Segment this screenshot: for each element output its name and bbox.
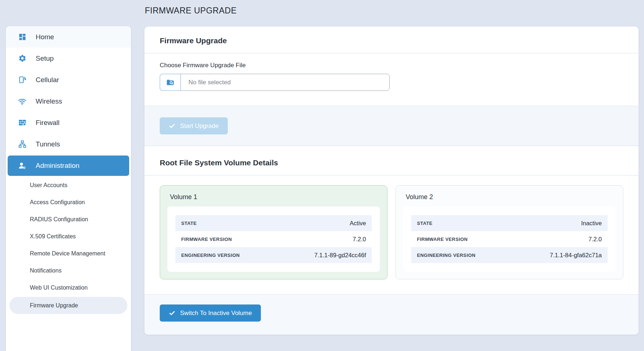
section-heading: Root File System Volume Details [160, 158, 623, 167]
firmware-version-value: 7.2.0 [588, 236, 602, 243]
switch-volume-label: Switch To Inactive Volume [180, 310, 252, 317]
file-input-value: No file selected [181, 74, 231, 90]
sidebar-item-cellular[interactable]: Cellular [6, 69, 131, 90]
sidebar-item-administration[interactable]: Administration [8, 156, 129, 176]
subitem-label: RADIUS Configuration [30, 216, 88, 223]
table-row: ENGINEERING VERSION 7.1.1-84-gfa62c71a [411, 247, 608, 263]
sidebar-subitem-notifications[interactable]: Notifications [6, 262, 131, 279]
choose-file-section: Choose Firmware Upgrade File No file sel… [144, 53, 639, 106]
gear-icon [17, 54, 27, 63]
check-icon [169, 310, 175, 316]
subitem-label: User Accounts [30, 182, 67, 189]
table-row: STATE Active [175, 215, 372, 231]
sidebar-item-label: Administration [36, 162, 79, 170]
row-label: ENGINEERING VERSION [181, 253, 240, 258]
wifi-icon [17, 97, 27, 106]
volume-detail-table: STATE Active FIRMWARE VERSION 7.2.0 ENGI… [167, 206, 380, 272]
cellular-icon [17, 75, 27, 85]
volume-name: Volume 2 [406, 193, 616, 201]
engineering-version-value: 7.1.1-84-gfa62c71a [550, 252, 602, 259]
home-icon [17, 32, 27, 42]
volume-detail-table: STATE Inactive FIRMWARE VERSION 7.2.0 EN… [403, 206, 616, 272]
sidebar-item-label: Cellular [36, 76, 59, 84]
firmware-upgrade-section-header: Firmware Upgrade [144, 27, 639, 53]
subitem-label: Access Configuration [30, 199, 85, 206]
sidebar-item-tunnels[interactable]: Tunnels [6, 133, 131, 155]
start-upgrade-button[interactable]: Start Upgrade [160, 117, 228, 134]
volume-cards: Volume 1 STATE Active FIRMWARE VERSION 7… [144, 176, 639, 294]
sidebar-item-wireless[interactable]: Wireless [6, 90, 131, 112]
browse-file-button[interactable] [160, 74, 181, 91]
sidebar: Home Setup Cellular Wireless [6, 26, 131, 351]
firmware-version-value: 7.2.0 [353, 236, 366, 243]
section-heading: Firmware Upgrade [160, 36, 623, 45]
volume-1-card: Volume 1 STATE Active FIRMWARE VERSION 7… [160, 185, 387, 279]
folder-search-icon [166, 78, 175, 87]
subitem-label: Remote Device Management [30, 250, 105, 257]
firmware-file-input[interactable]: No file selected [160, 74, 390, 91]
switch-to-inactive-volume-button[interactable]: Switch To Inactive Volume [160, 304, 261, 322]
subitem-label: X.509 Certificates [30, 233, 76, 240]
tunnels-icon [17, 140, 27, 149]
engineering-version-value: 7.1.1-89-gd24cc46f [314, 252, 366, 259]
admin-gear-icon [17, 161, 27, 170]
state-value: Active [350, 220, 366, 227]
subitem-label: Web UI Customization [30, 285, 88, 291]
page-title: FIRMWARE UPGRADE [145, 6, 237, 16]
state-value: Inactive [581, 220, 602, 227]
sidebar-subitem-access-configuration[interactable]: Access Configuration [6, 194, 131, 211]
table-row: FIRMWARE VERSION 7.2.0 [411, 231, 608, 247]
start-upgrade-label: Start Upgrade [180, 122, 219, 130]
table-row: STATE Inactive [411, 215, 608, 231]
volume-details-section-header: Root File System Volume Details [144, 146, 639, 176]
row-label: STATE [417, 221, 433, 226]
sidebar-subitem-radius-configuration[interactable]: RADIUS Configuration [6, 211, 131, 228]
row-label: FIRMWARE VERSION [181, 237, 232, 242]
firmware-upgrade-panel: Firmware Upgrade Choose Firmware Upgrade… [144, 27, 639, 335]
table-row: FIRMWARE VERSION 7.2.0 [175, 231, 372, 247]
sidebar-item-label: Tunnels [36, 140, 60, 148]
volume-2-card: Volume 2 STATE Inactive FIRMWARE VERSION… [395, 185, 623, 279]
sidebar-item-label: Firewall [36, 119, 59, 127]
file-input-label: Choose Firmware Upgrade File [160, 62, 623, 69]
switch-volume-section: Switch To Inactive Volume [144, 294, 639, 335]
sidebar-subitem-firmware-upgrade[interactable]: Firmware Upgrade [9, 297, 127, 314]
firewall-icon [17, 118, 27, 128]
table-row: ENGINEERING VERSION 7.1.1-89-gd24cc46f [175, 247, 372, 263]
subitem-label: Firmware Upgrade [30, 302, 78, 309]
sidebar-subitem-remote-device-management[interactable]: Remote Device Management [6, 245, 131, 262]
row-label: FIRMWARE VERSION [417, 237, 468, 242]
sidebar-item-label: Wireless [36, 97, 62, 105]
sidebar-item-firewall[interactable]: Firewall [6, 112, 131, 133]
sidebar-subitem-web-ui-customization[interactable]: Web UI Customization [6, 279, 131, 296]
subitem-label: Notifications [30, 267, 61, 274]
row-label: STATE [181, 221, 197, 226]
start-upgrade-section: Start Upgrade [144, 106, 639, 146]
sidebar-item-label: Setup [36, 55, 54, 62]
check-icon [169, 123, 175, 129]
sidebar-item-home[interactable]: Home [6, 26, 131, 48]
row-label: ENGINEERING VERSION [417, 253, 476, 258]
sidebar-subitem-user-accounts[interactable]: User Accounts [6, 177, 131, 194]
sidebar-item-label: Home [36, 33, 54, 41]
volume-name: Volume 1 [170, 193, 380, 201]
sidebar-item-setup[interactable]: Setup [6, 48, 131, 69]
sidebar-subitem-x509-certificates[interactable]: X.509 Certificates [6, 228, 131, 245]
